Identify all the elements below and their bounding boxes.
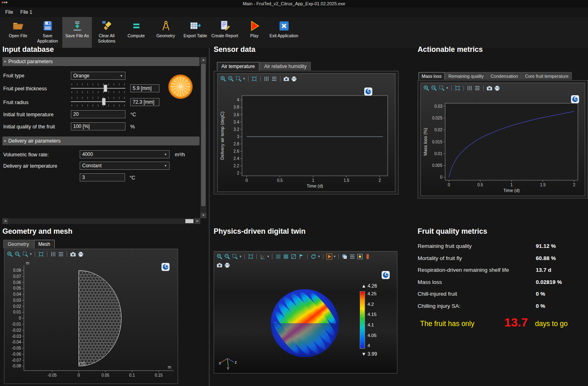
dropdown-caret-icon[interactable]: ▾ xyxy=(267,254,270,258)
dropdown-caret-icon[interactable]: ▾ xyxy=(334,254,336,258)
horizontal-scrollbar[interactable]: ◄ ► xyxy=(2,218,200,224)
comsol-logo-button[interactable] xyxy=(161,263,170,271)
grid-v-icon[interactable] xyxy=(263,76,270,82)
zoom-in-icon[interactable] xyxy=(423,85,429,91)
plane-xz-icon[interactable] xyxy=(291,254,297,260)
toolbar-button-save[interactable]: Save Application xyxy=(33,17,62,48)
tab[interactable]: Core fruit temperature xyxy=(522,72,572,80)
initial-quality-input[interactable]: 100 [%] xyxy=(71,122,125,130)
camera-icon[interactable] xyxy=(70,251,76,257)
slider-thumb[interactable] xyxy=(104,85,107,92)
zoom-box-icon[interactable] xyxy=(236,76,242,82)
initial-temp-input[interactable]: 20 xyxy=(71,110,125,118)
tab[interactable]: Mesh xyxy=(34,240,55,248)
vertical-scrollbar[interactable]: ▲ ▼ xyxy=(200,57,206,218)
scene-light-icon[interactable] xyxy=(357,254,363,260)
zoom-extents-icon[interactable] xyxy=(251,76,257,82)
zoom-in-icon[interactable] xyxy=(7,251,13,257)
air-temp-value-input[interactable]: 3 xyxy=(80,173,125,181)
scroll-up-icon[interactable]: ▲ xyxy=(200,57,206,63)
zoom-in-icon[interactable] xyxy=(217,254,223,260)
grid-h-icon[interactable] xyxy=(271,76,277,82)
plane-xy-icon[interactable] xyxy=(275,254,281,260)
zoom-in-icon[interactable] xyxy=(220,76,226,82)
rotate-icon[interactable] xyxy=(310,254,316,260)
info-icon[interactable] xyxy=(365,254,371,260)
create-report-icon xyxy=(219,20,231,32)
toolbar-button-create-report[interactable]: Create Report xyxy=(210,17,240,48)
toolbar-button-geometry[interactable]: Geometry xyxy=(151,17,180,48)
toolbar-button-play[interactable]: Play xyxy=(240,17,269,48)
slider-thumb[interactable] xyxy=(102,98,106,105)
plane-yz-icon[interactable] xyxy=(283,254,289,260)
zoom-extents-icon[interactable] xyxy=(454,85,461,91)
flag-icon[interactable] xyxy=(298,254,304,260)
scroll-down-icon[interactable]: ▼ xyxy=(200,213,206,218)
massloss-plot[interactable]: 00.511.5200.0050.010.0150.020.0250.03Tim… xyxy=(422,99,583,195)
fruit-type-dropdown[interactable]: Orange ▼ xyxy=(71,72,125,80)
tab[interactable]: Condensation xyxy=(487,72,521,80)
tab[interactable]: Air temperature xyxy=(217,62,259,70)
camera-icon[interactable] xyxy=(486,85,492,91)
tab[interactable]: Remaining quality xyxy=(445,72,487,80)
comsol-logo-button[interactable] xyxy=(364,87,372,96)
dropdown-caret-icon[interactable]: ▾ xyxy=(446,86,448,90)
camera-icon[interactable] xyxy=(283,76,289,82)
grid-v-icon[interactable] xyxy=(50,251,56,257)
toolbar-button-exit[interactable]: Exit Application xyxy=(269,17,299,48)
toolbar-button-export-table[interactable]: Export Table xyxy=(180,17,210,48)
grid-v-icon[interactable] xyxy=(467,85,473,91)
zoom-extents-icon[interactable] xyxy=(38,251,44,257)
section-header-delivery-air[interactable]: ▾ Delivery air parameters xyxy=(2,136,200,145)
fruit-radius-slider[interactable] xyxy=(71,96,125,107)
zoom-out-icon[interactable] xyxy=(431,85,437,91)
scrollbar-thumb[interactable] xyxy=(185,219,193,223)
fruit-radius-value[interactable]: 72.3 [mm] xyxy=(130,98,159,106)
scroll-right-icon[interactable]: ► xyxy=(195,218,200,224)
dropdown-caret-icon[interactable]: ▾ xyxy=(240,254,242,258)
grid-h-icon[interactable] xyxy=(349,254,355,260)
toolbar-button-clear[interactable]: Clear All Solutions xyxy=(92,17,121,48)
peel-thickness-value[interactable]: 5.9 [mm] xyxy=(130,84,159,92)
print-icon[interactable] xyxy=(78,251,84,257)
tab[interactable]: Geometry xyxy=(3,240,34,248)
tab[interactable]: Mass loss xyxy=(418,72,445,80)
toolbar-button-save-as[interactable]: Save File As xyxy=(62,17,92,48)
mesh-plot[interactable]: -0.0500.050.10.150.080.070.060.050.040.0… xyxy=(5,260,177,381)
view-axis-icon[interactable] xyxy=(260,254,266,260)
print-icon[interactable] xyxy=(224,262,230,268)
zoom-out-icon[interactable] xyxy=(228,76,234,82)
play-scene-icon[interactable] xyxy=(326,254,332,260)
scrollbar-thumb[interactable] xyxy=(201,64,206,206)
air-temp-mode-dropdown[interactable]: Constant ▼ xyxy=(80,162,170,170)
grid-h-icon[interactable] xyxy=(58,251,64,257)
twin-plot-toolbar-row2 xyxy=(214,261,397,271)
section-header-product-parameters[interactable]: ▾ Product parameters xyxy=(2,57,200,66)
sensor-plot[interactable]: 00.511.5222.22.42.62.833.23.43.63.84Time… xyxy=(219,92,394,190)
dropdown-caret-icon[interactable]: ▾ xyxy=(318,254,320,258)
flow-rate-dropdown[interactable]: 4000 ▼ xyxy=(80,150,170,158)
zoom-box-icon[interactable] xyxy=(439,85,445,91)
zoom-out-icon[interactable] xyxy=(15,251,21,257)
zoom-out-icon[interactable] xyxy=(224,254,230,260)
print-icon[interactable] xyxy=(494,85,500,91)
layers-icon[interactable] xyxy=(342,254,348,260)
scroll-left-icon[interactable]: ◄ xyxy=(2,218,8,224)
zoom-box-icon[interactable] xyxy=(232,254,238,260)
menu-item[interactable]: File 1 xyxy=(17,8,36,16)
peel-thickness-slider[interactable] xyxy=(71,83,125,94)
fruit-3d-visualization[interactable] xyxy=(253,277,358,369)
toolbar-button-open-file[interactable]: Open File xyxy=(3,17,33,48)
zoom-extents-icon[interactable] xyxy=(248,254,254,260)
toolbar-button-compute[interactable]: Compute xyxy=(121,17,151,48)
dropdown-caret-icon[interactable]: ▾ xyxy=(30,252,32,256)
menu-item[interactable]: File xyxy=(2,8,17,16)
grid-h-icon[interactable] xyxy=(474,85,480,91)
zoom-box-icon[interactable] xyxy=(22,251,28,257)
print-icon[interactable] xyxy=(291,76,297,82)
camera-icon[interactable] xyxy=(217,262,223,268)
comsol-logo-button[interactable] xyxy=(571,95,579,103)
dropdown-caret-icon[interactable]: ▾ xyxy=(243,77,245,81)
comsol-logo-button[interactable] xyxy=(382,271,390,279)
tab[interactable]: Air relative humidity xyxy=(260,62,311,70)
